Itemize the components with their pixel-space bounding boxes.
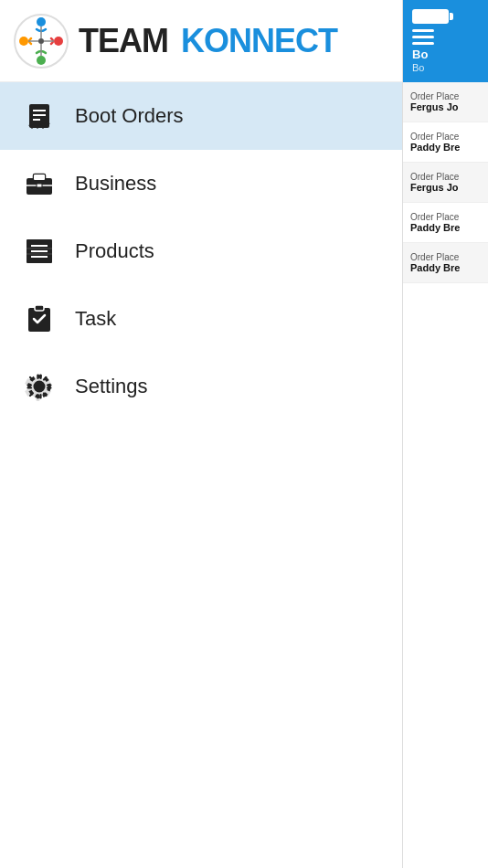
order-item-3[interactable]: Order Place Fergus Jo [403, 163, 488, 203]
sidebar-item-task-label: Task [75, 307, 116, 331]
order-item-4[interactable]: Order Place Paddy Bre [403, 203, 488, 243]
task-icon [22, 302, 57, 336]
svg-rect-18 [37, 184, 42, 187]
sidebar-item-boot-orders-label: Boot Orders [75, 104, 184, 128]
svg-point-4 [19, 37, 28, 46]
order-item-2[interactable]: Order Place Paddy Bre [403, 122, 488, 163]
order-item-5[interactable]: Order Place Paddy Bre [403, 243, 488, 283]
right-panel-title: Bo [412, 48, 428, 61]
receipt-icon [22, 99, 57, 133]
order-name-2: Paddy Bre [410, 142, 481, 153]
logo-konnect-text: KONNECT [181, 22, 337, 60]
order-name-4: Paddy Bre [410, 222, 481, 233]
battery-icon [412, 9, 449, 24]
order-place-label-2: Order Place [410, 132, 481, 142]
order-name-3: Fergus Jo [410, 182, 481, 193]
sidebar-item-boot-orders[interactable]: Boot Orders [0, 82, 402, 150]
briefcase-icon [22, 166, 57, 201]
sidebar: Boot Orders Business [0, 82, 402, 868]
order-place-label-3: Order Place [410, 172, 481, 182]
logo-team-text: TEAM [79, 22, 168, 60]
sidebar-item-settings[interactable]: Settings [0, 353, 402, 420]
sidebar-item-business[interactable]: Business [0, 150, 402, 217]
order-name-1: Fergus Jo [410, 101, 481, 112]
svg-point-3 [37, 56, 46, 65]
order-place-label-4: Order Place [410, 212, 481, 222]
svg-rect-26 [35, 305, 44, 311]
order-item-1[interactable]: Order Place Fergus Jo [403, 82, 488, 122]
svg-rect-16 [34, 175, 45, 180]
sidebar-item-business-label: Business [75, 172, 156, 196]
sidebar-item-task[interactable]: Task [0, 285, 402, 353]
right-panel: Bo Bo Order Place Fergus Jo Order Place … [402, 0, 488, 868]
order-list: Order Place Fergus Jo Order Place Paddy … [403, 82, 488, 283]
right-panel-header: Bo Bo [403, 0, 488, 82]
svg-point-5 [38, 38, 44, 44]
gear-icon [22, 369, 57, 404]
app-logo [13, 13, 69, 69]
right-panel-subtitle: Bo [412, 62, 424, 73]
sidebar-item-settings-label: Settings [75, 375, 148, 398]
order-place-label-5: Order Place [410, 252, 481, 262]
svg-point-2 [54, 37, 63, 46]
app-title: TEAM KONNECT [79, 22, 337, 60]
list-icon [22, 234, 57, 269]
order-place-label-1: Order Place [410, 91, 481, 101]
hamburger-icon[interactable] [412, 29, 434, 45]
sidebar-item-products[interactable]: Products [0, 217, 402, 285]
svg-point-1 [37, 17, 46, 26]
order-name-5: Paddy Bre [410, 262, 481, 273]
sidebar-item-products-label: Products [75, 239, 154, 263]
